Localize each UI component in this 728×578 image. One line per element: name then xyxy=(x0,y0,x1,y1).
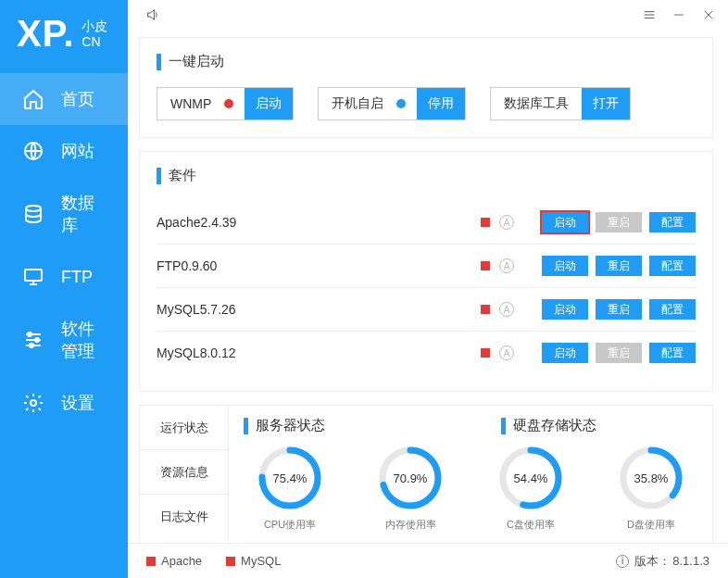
disk-status-title: 硬盘存储状态 xyxy=(501,417,596,434)
packages-panel: 套件 Apache2.4.39A启动重启配置FTP0.9.60A启动重启配置My… xyxy=(139,151,713,392)
menu-icon[interactable] xyxy=(641,6,658,23)
config-button[interactable]: 配置 xyxy=(649,256,696,276)
nav-label: 网站 xyxy=(61,140,94,162)
gauge-label: D盘使用率 xyxy=(627,518,675,532)
gauge-label: 内存使用率 xyxy=(385,518,436,532)
logo-big: XP. xyxy=(17,13,74,55)
quickstart-title: 一键启动 xyxy=(157,53,696,70)
sound-icon[interactable] xyxy=(144,6,161,23)
gauge-value: 75.4% xyxy=(256,444,324,512)
status-tab[interactable]: 运行状态 xyxy=(140,406,228,450)
package-row: FTP0.9.60A启动重启配置 xyxy=(157,245,696,288)
nav-label: 设置 xyxy=(61,392,94,414)
gauge: 54.4%C盘使用率 xyxy=(484,444,577,532)
status-tabs: 运行状态资源信息日志文件 xyxy=(140,406,229,543)
gauge: 70.9%内存使用率 xyxy=(364,444,457,532)
gauges: 75.4%CPU使用率70.9%内存使用率54.4%C盘使用率35.8%D盘使用… xyxy=(244,444,697,532)
gauge-label: CPU使用率 xyxy=(264,518,316,532)
start-button[interactable]: 启动 xyxy=(542,212,588,232)
close-icon[interactable] xyxy=(700,6,717,23)
quick-btn-打开[interactable]: 打开 xyxy=(582,88,630,119)
svg-point-11 xyxy=(31,400,36,406)
status-square xyxy=(481,218,490,227)
quick-开机自启: 开机自启停用 xyxy=(318,87,466,120)
package-row: MySQL8.0.12A启动重启配置 xyxy=(157,332,696,374)
status-square xyxy=(481,261,490,270)
package-name: FTP0.9.60 xyxy=(157,258,468,273)
package-row: MySQL5.7.26A启动重启配置 xyxy=(157,288,696,332)
restart-button[interactable]: 重启 xyxy=(596,212,642,232)
nav-label: 数据库 xyxy=(61,192,106,236)
package-name: Apache2.4.39 xyxy=(157,215,468,230)
footer-service: Apache xyxy=(146,554,202,568)
quick-WNMP: WNMP启动 xyxy=(157,87,294,120)
titlebar xyxy=(128,0,728,30)
gauge-value: 70.9% xyxy=(376,444,445,512)
nav-label: 首页 xyxy=(61,88,94,110)
packages-list: Apache2.4.39A启动重启配置FTP0.9.60A启动重启配置MySQL… xyxy=(157,201,696,374)
config-button[interactable]: 配置 xyxy=(649,343,696,363)
svg-point-1 xyxy=(26,206,41,211)
status-square xyxy=(146,557,156,566)
nav-item-home[interactable]: 首页 xyxy=(0,73,128,125)
status-panel: 运行状态资源信息日志文件 服务器状态 硬盘存储状态 75.4%CPU使用率70.… xyxy=(139,405,713,543)
nav-item-monitor[interactable]: FTP xyxy=(0,251,128,303)
database-icon xyxy=(22,203,44,225)
server-status-title: 服务器状态 xyxy=(244,417,325,434)
logo: XP. 小皮 CN xyxy=(0,0,128,73)
status-square xyxy=(226,557,235,566)
quick-label: 开机自启 xyxy=(319,95,396,112)
gauge-value: 35.8% xyxy=(617,444,685,512)
packages-title: 套件 xyxy=(157,167,696,184)
footer: ApacheMySQL i 版本： 8.1.1.3 xyxy=(128,543,728,578)
nav-item-sliders[interactable]: 软件管理 xyxy=(0,303,128,377)
quick-label: 数据库工具 xyxy=(491,95,582,112)
gauge-label: C盘使用率 xyxy=(507,518,555,532)
status-tab[interactable]: 资源信息 xyxy=(140,450,228,495)
start-button[interactable]: 启动 xyxy=(542,343,588,363)
start-button[interactable]: 启动 xyxy=(542,256,588,276)
auto-badge: A xyxy=(499,302,514,317)
version-info: i 版本： 8.1.1.3 xyxy=(616,553,709,570)
gauge-value: 54.4% xyxy=(496,444,565,512)
nav-item-gear[interactable]: 设置 xyxy=(0,377,128,429)
package-row: Apache2.4.39A启动重启配置 xyxy=(157,201,696,245)
restart-button[interactable]: 重启 xyxy=(596,256,642,276)
restart-button[interactable]: 重启 xyxy=(596,299,642,320)
auto-badge: A xyxy=(499,215,514,230)
restart-button[interactable]: 重启 xyxy=(596,343,642,363)
gauge: 35.8%D盘使用率 xyxy=(605,444,697,532)
nav: 首页网站数据库FTP软件管理设置 xyxy=(0,73,128,429)
minimize-icon[interactable] xyxy=(671,6,687,23)
status-square xyxy=(481,305,490,314)
nav-item-database[interactable]: 数据库 xyxy=(0,177,128,251)
quick-btn-启动[interactable]: 启动 xyxy=(245,88,293,119)
status-dot xyxy=(396,99,406,108)
status-tab[interactable]: 日志文件 xyxy=(140,495,228,539)
svg-rect-2 xyxy=(25,270,42,281)
footer-services: ApacheMySQL xyxy=(146,554,281,568)
status-body: 服务器状态 硬盘存储状态 75.4%CPU使用率70.9%内存使用率54.4%C… xyxy=(229,406,712,543)
quick-数据库工具: 数据库工具打开 xyxy=(490,87,631,120)
quick-label: WNMP xyxy=(157,96,224,111)
status-dot xyxy=(224,99,233,108)
config-button[interactable]: 配置 xyxy=(649,299,696,320)
logo-small: 小皮 CN xyxy=(82,19,107,50)
content: 一键启动 WNMP启动开机自启停用数据库工具打开 套件 Apache2.4.39… xyxy=(128,30,728,543)
quickstart-panel: 一键启动 WNMP启动开机自启停用数据库工具打开 xyxy=(139,37,713,138)
main: 一键启动 WNMP启动开机自启停用数据库工具打开 套件 Apache2.4.39… xyxy=(128,0,728,578)
quick-btn-停用[interactable]: 停用 xyxy=(417,88,465,119)
package-name: MySQL8.0.12 xyxy=(157,346,468,360)
monitor-icon xyxy=(22,266,44,288)
package-name: MySQL5.7.26 xyxy=(157,302,468,317)
globe-icon xyxy=(22,140,44,162)
start-button[interactable]: 启动 xyxy=(542,299,588,320)
config-button[interactable]: 配置 xyxy=(649,212,696,232)
nav-item-globe[interactable]: 网站 xyxy=(0,125,128,177)
footer-service: MySQL xyxy=(226,554,281,568)
quickstart-row: WNMP启动开机自启停用数据库工具打开 xyxy=(157,87,696,120)
home-icon xyxy=(22,88,44,110)
status-square xyxy=(481,348,490,358)
sidebar: XP. 小皮 CN 首页网站数据库FTP软件管理设置 xyxy=(0,0,128,578)
info-icon: i xyxy=(616,555,629,568)
